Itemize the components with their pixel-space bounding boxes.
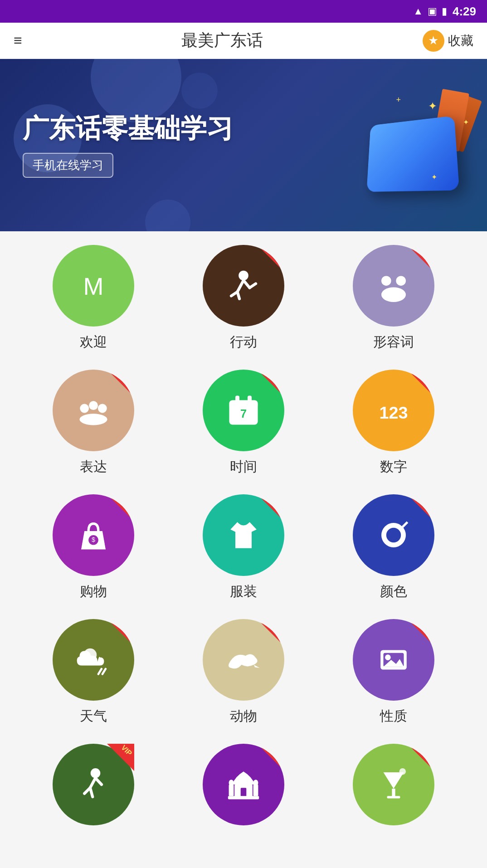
- svg-point-10: [80, 404, 89, 413]
- expression-icon-circle: VIP: [53, 370, 134, 451]
- star-deco-3: ✦: [431, 173, 437, 181]
- vip-badge: VIP: [257, 245, 284, 272]
- building-icon-circle: VIP: [203, 744, 284, 825]
- svg-point-30: [90, 768, 100, 778]
- category-welcome[interactable]: M 欢迎: [39, 245, 148, 351]
- action-label: 行动: [230, 333, 257, 351]
- svg-line-26: [102, 669, 105, 674]
- collect-label: 收藏: [448, 32, 473, 49]
- collect-button[interactable]: ★ 收藏: [423, 30, 473, 52]
- vip-text-adjective: VIP: [420, 245, 434, 258]
- category-nature[interactable]: VIP 性质: [339, 619, 448, 726]
- app-title: 最美广东话: [181, 29, 263, 52]
- grid-row-2: VIP 表达 VIP: [18, 370, 469, 476]
- vip-text-sport: VIP: [119, 744, 133, 757]
- vip-text-shopping: VIP: [119, 494, 133, 508]
- weather-label: 天气: [80, 707, 107, 726]
- color-label: 颜色: [380, 582, 407, 601]
- svg-text:$: $: [92, 536, 95, 543]
- svg-point-29: [385, 654, 391, 660]
- vip-text-clothing: VIP: [270, 494, 284, 508]
- welcome-icon-circle: M: [53, 245, 134, 327]
- vip-badge-adjective: VIP: [407, 245, 434, 272]
- banner[interactable]: 广东话零基础学习 手机在线学习 ✦ ✦ ✦ +: [0, 59, 487, 231]
- svg-line-6: [237, 292, 239, 299]
- category-sport[interactable]: VIP: [39, 744, 148, 832]
- menu-icon[interactable]: ≡: [14, 32, 22, 49]
- svg-rect-39: [387, 796, 400, 798]
- category-building[interactable]: VIP: [189, 744, 298, 832]
- vip-badge-sport: VIP: [107, 744, 134, 771]
- svg-point-13: [79, 414, 107, 425]
- action-icon-circle: VIP: [203, 245, 284, 327]
- svg-rect-32: [241, 788, 247, 797]
- animal-icon-circle: VIP: [203, 619, 284, 701]
- vip-text: VIP: [270, 245, 284, 258]
- animal-label: 动物: [230, 707, 257, 726]
- category-number[interactable]: VIP 123 数字: [339, 370, 448, 476]
- star-deco-4: +: [396, 95, 401, 105]
- shopping-label: 购物: [80, 582, 107, 601]
- banner-text: 广东话零基础学习 手机在线学习: [23, 112, 233, 178]
- svg-rect-34: [229, 785, 234, 796]
- wifi-icon: ▲: [413, 5, 423, 17]
- category-weather[interactable]: VIP 天气: [39, 619, 148, 726]
- svg-point-23: [386, 528, 401, 542]
- star-deco-2: ✦: [463, 118, 469, 127]
- category-drink[interactable]: VIP: [339, 744, 448, 832]
- svg-rect-38: [392, 789, 395, 797]
- number-icon-circle: VIP 123: [353, 370, 434, 451]
- category-animal[interactable]: VIP 动物: [189, 619, 298, 726]
- adjective-label: 形容词: [373, 333, 414, 351]
- svg-rect-33: [228, 796, 259, 799]
- welcome-label: 欢迎: [80, 333, 107, 351]
- grid-row-4: VIP 天气 VIP: [18, 619, 469, 726]
- category-time[interactable]: VIP 7 时间: [189, 370, 298, 476]
- svg-rect-16: [235, 396, 239, 403]
- svg-point-9: [381, 288, 406, 302]
- category-expression[interactable]: VIP 表达: [39, 370, 148, 476]
- clothing-label: 服装: [230, 582, 257, 601]
- grid-row-3: VIP $ 购物 VIP: [18, 494, 469, 601]
- svg-text:7: 7: [240, 407, 247, 420]
- grid-row-5: VIP VIP: [18, 744, 469, 832]
- svg-text:123: 123: [380, 403, 408, 422]
- category-shopping[interactable]: VIP $ 购物: [39, 494, 148, 601]
- drink-icon-circle: VIP: [353, 744, 434, 825]
- svg-line-2: [237, 280, 244, 292]
- vip-text-color: VIP: [420, 494, 434, 508]
- vip-badge-animal: VIP: [257, 619, 284, 646]
- svg-point-36: [229, 780, 234, 786]
- time-icon-circle: VIP 7: [203, 370, 284, 451]
- vip-text-weather: VIP: [119, 619, 133, 633]
- svg-rect-35: [253, 785, 258, 796]
- clothing-icon-circle: VIP: [203, 494, 284, 576]
- vip-text-building: VIP: [270, 744, 284, 757]
- star-icon: ★: [423, 30, 444, 52]
- svg-point-7: [381, 276, 391, 286]
- welcome-icon: M: [73, 265, 114, 306]
- banner-title: 广东话零基础学习: [23, 112, 233, 144]
- status-bar: ▲ ▣ ▮ 4:29: [0, 0, 487, 23]
- sim-icon: ▣: [428, 5, 437, 17]
- star-deco-1: ✦: [428, 100, 437, 112]
- status-time: 4:29: [453, 5, 476, 19]
- phone-body: [366, 116, 459, 192]
- color-icon-circle: VIP: [353, 494, 434, 576]
- nature-label: 性质: [380, 707, 407, 726]
- sport-icon-circle: VIP: [53, 744, 134, 825]
- vip-badge-building: VIP: [257, 744, 284, 771]
- vip-badge-time: VIP: [257, 370, 284, 397]
- adjective-icon-circle: VIP: [353, 245, 434, 327]
- banner-subtitle: 手机在线学习: [33, 158, 103, 172]
- vip-text-animal: VIP: [270, 619, 284, 633]
- vip-badge-nature: VIP: [407, 619, 434, 646]
- category-color[interactable]: VIP 颜色: [339, 494, 448, 601]
- category-action[interactable]: VIP 行动: [189, 245, 298, 351]
- svg-point-8: [396, 276, 406, 286]
- vip-text-number: VIP: [420, 370, 434, 383]
- category-clothing[interactable]: VIP 服装: [189, 494, 298, 601]
- shopping-icon-circle: VIP $: [53, 494, 134, 576]
- grid-row-1: M 欢迎 VIP 行动: [18, 245, 469, 351]
- category-adjective[interactable]: VIP 形容词: [339, 245, 448, 351]
